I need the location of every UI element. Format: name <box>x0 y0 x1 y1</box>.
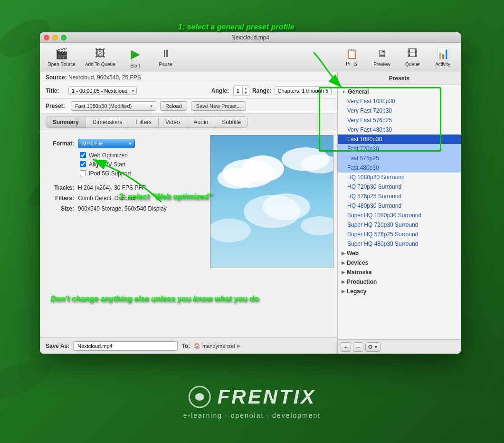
angle-spinner-buttons[interactable]: ▲ ▼ <box>243 86 249 96</box>
tab-dimensions[interactable]: Dimensions <box>86 116 130 128</box>
preset-very-fast-1080p30[interactable]: Very Fast 1080p30 <box>338 96 461 106</box>
preset-group-legacy[interactable]: ▶ Legacy <box>338 287 461 296</box>
preset-hq-1080p30[interactable]: HQ 1080p30 Surround <box>338 173 461 182</box>
preset-fast-576p25[interactable]: Fast 576p25 <box>338 154 461 163</box>
preset-superhq-576p25[interactable]: Super HQ 576p25 Surround <box>338 230 461 239</box>
web-optimized-label: Web Optimized <box>89 152 128 159</box>
start-icon: ▶ <box>131 47 140 61</box>
start-button[interactable]: ▶ Start <box>121 44 150 71</box>
ipod-label: iPod 5G Support <box>89 170 131 177</box>
preset-settings-button[interactable]: ⚙ ▼ <box>365 342 380 352</box>
align-av-checkbox[interactable] <box>80 161 86 167</box>
open-source-button[interactable]: 🎬 Open Source <box>44 44 79 71</box>
tab-audio[interactable]: Audio <box>187 116 216 128</box>
destination-value: 🏠 mandymenzel ▶ <box>194 343 240 349</box>
body-content: Format: MP4 File Web Optimized <box>40 131 337 337</box>
size-value: 960x540 Storage, 960x540 Display <box>78 205 167 212</box>
tab-video[interactable]: Video <box>158 116 187 128</box>
preset-group-production[interactable]: ▶ Production <box>338 277 461 287</box>
preset-hq-576p25[interactable]: HQ 576p25 Surround <box>338 192 461 201</box>
tabs-row: Summary Dimensions Filters Video Audio S… <box>40 114 337 131</box>
content-area: Source: Nextcloud, 960x540, 25 FPS Title… <box>40 72 461 354</box>
preset-group-devices[interactable]: ▶ Devices <box>338 258 461 268</box>
brand-tagline: e-learning · openolat · development <box>183 412 321 419</box>
preset-row: Preset: Fast 1080p30 (Modified) Reload S… <box>40 99 337 114</box>
presets-icon: 📋 <box>346 48 358 59</box>
presets-list[interactable]: ▼ General Very Fast 1080p30 Very Fast 72… <box>338 85 461 339</box>
format-row: Format: MP4 File <box>46 139 200 148</box>
svg-point-9 <box>218 168 256 189</box>
close-button[interactable] <box>44 35 49 40</box>
start-label: Start <box>130 63 140 68</box>
preview-label: Preview <box>373 62 390 67</box>
preset-superhq-1080p30[interactable]: Super HQ 1080p30 Surround <box>338 211 461 220</box>
tracks-row: Tracks: H.264 (x264), 30 FPS PFR <box>46 184 200 191</box>
preset-select-wrap[interactable]: Fast 1080p30 (Modified) <box>71 101 156 111</box>
activity-button[interactable]: 📊 Activity <box>428 44 457 71</box>
preset-very-fast-576p25[interactable]: Very Fast 576p25 <box>338 116 461 125</box>
legacy-arrow: ▶ <box>342 289 345 294</box>
legacy-label: Legacy <box>347 288 366 295</box>
title-row: Title: 1 - 00:00:05 - Nextcloud Angle: 1… <box>40 83 337 99</box>
preset-group-web[interactable]: ▶ Web <box>338 249 461 258</box>
preset-hq-720p30[interactable]: HQ 720p30 Surround <box>338 182 461 192</box>
preset-very-fast-480p30[interactable]: Very Fast 480p30 <box>338 125 461 135</box>
preset-group-matroska[interactable]: ▶ Matroska <box>338 268 461 277</box>
preset-very-fast-720p30[interactable]: Very Fast 720p30 <box>338 106 461 116</box>
save-new-preset-button[interactable]: Save New Preset... <box>191 101 246 111</box>
preview-icon: 🖥 <box>377 48 387 60</box>
save-as-input[interactable] <box>73 341 178 351</box>
angle-spinner[interactable]: 1 ▲ ▼ <box>233 86 249 96</box>
minimize-button[interactable] <box>52 35 58 40</box>
preset-fast-1080p30[interactable]: Fast 1080p30 <box>338 135 461 144</box>
presets-panel: Presets ▼ General Very Fast 1080p30 Very… <box>337 72 461 354</box>
brand-footer: FRENTIX e-learning · openolat · developm… <box>183 385 321 419</box>
brand-icon <box>188 385 212 409</box>
range-label: Range: <box>252 87 272 94</box>
activity-label: Activity <box>435 62 450 67</box>
reload-button[interactable]: Reload <box>160 101 187 111</box>
presets-bottom-bar: + − ⚙ ▼ <box>338 339 461 354</box>
maximize-button[interactable] <box>61 35 67 40</box>
source-value: Nextcloud, 960x540, 25 FPS <box>68 74 141 81</box>
align-av-label: Align A/V Start <box>89 161 125 168</box>
production-arrow: ▶ <box>342 279 345 284</box>
remove-preset-button[interactable]: − <box>353 342 363 352</box>
title-select-wrap[interactable]: 1 - 00:00:05 - Nextcloud <box>68 87 137 95</box>
preset-fast-720p30[interactable]: Fast 720p30 <box>338 144 461 154</box>
svg-point-2 <box>0 354 55 406</box>
angle-value: 1 <box>234 87 243 95</box>
preset-fast-480p30[interactable]: Fast 480p30 <box>338 163 461 173</box>
tab-summary[interactable]: Summary <box>46 116 86 128</box>
angle-up[interactable]: ▲ <box>243 86 249 91</box>
presets-button[interactable]: 📋 Pr ts <box>337 44 366 71</box>
tab-filters[interactable]: Filters <box>129 116 159 128</box>
pause-button[interactable]: ⏸ Pause <box>152 44 180 71</box>
preset-superhq-480p30[interactable]: Super HQ 480p30 Surround <box>338 239 461 249</box>
format-select[interactable]: MP4 File <box>78 139 135 148</box>
queue-icon: 🎞 <box>407 48 418 60</box>
preset-superhq-720p30[interactable]: Super HQ 720p30 Surround <box>338 220 461 230</box>
tab-subtitle[interactable]: Subtitle <box>215 116 248 128</box>
preset-group-general[interactable]: ▼ General <box>338 87 461 96</box>
title-select[interactable]: 1 - 00:00:05 - Nextcloud <box>68 87 137 95</box>
video-thumbnail <box>210 135 333 268</box>
preset-select[interactable]: Fast 1080p30 (Modified) <box>71 101 156 111</box>
ipod-row: iPod 5G Support <box>80 170 200 177</box>
preset-hq-480p30[interactable]: HQ 480p30 Surround <box>338 201 461 211</box>
format-select-wrap[interactable]: MP4 File <box>78 139 135 148</box>
svg-point-13 <box>263 193 310 220</box>
preview-button[interactable]: 🖥 Preview <box>368 44 396 71</box>
checkbox-group: Web Optimized Align A/V Start iPod 5G Su… <box>80 152 200 177</box>
angle-down[interactable]: ▼ <box>243 91 249 96</box>
queue-button[interactable]: 🎞 Queue <box>398 44 427 71</box>
ipod-checkbox[interactable] <box>80 170 86 176</box>
tracks-value: H.264 (x264), 30 FPS PFR <box>78 184 146 191</box>
activity-icon: 📊 <box>437 48 449 60</box>
add-preset-button[interactable]: + <box>341 342 351 352</box>
size-label: Size: <box>46 205 74 212</box>
devices-arrow: ▶ <box>342 260 345 265</box>
toolbar: 🎬 Open Source 🖼 Add To Queue ▶ Start ⏸ P… <box>40 43 461 72</box>
web-optimized-checkbox[interactable] <box>80 152 86 158</box>
add-to-queue-button[interactable]: 🖼 Add To Queue <box>81 44 119 71</box>
